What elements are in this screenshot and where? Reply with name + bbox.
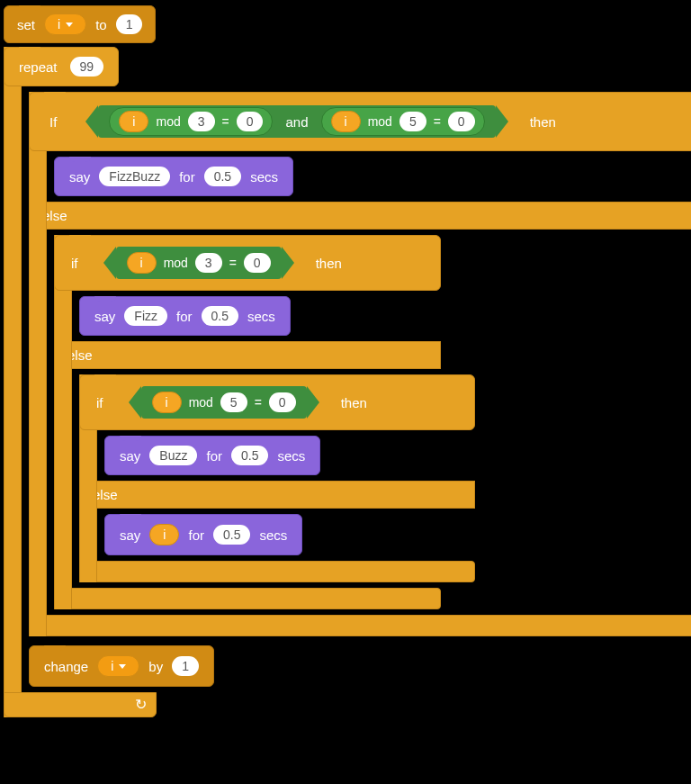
- compare-value-input[interactable]: 0: [448, 112, 475, 131]
- mod-eq-operator[interactable]: i mod 5 = 0: [141, 386, 307, 419]
- else-branch[interactable]: else: [79, 481, 475, 509]
- then-keyword: then: [341, 395, 367, 410]
- compare-value-input[interactable]: 0: [237, 112, 264, 131]
- chevron-down-icon: [66, 23, 73, 27]
- secs-keyword: secs: [259, 527, 287, 543]
- say-message-input[interactable]: FizzBuzz: [99, 167, 170, 186]
- if-keyword: If: [49, 114, 57, 130]
- by-keyword: by: [148, 659, 163, 674]
- mod-keyword: mod: [156, 114, 180, 129]
- variable-name: i: [58, 17, 60, 32]
- repeat-count-input[interactable]: 99: [70, 57, 104, 77]
- variable-reporter[interactable]: i: [331, 111, 361, 132]
- say-block-fizzbuzz[interactable]: say FizzBuzz for 0.5 secs: [54, 157, 293, 196]
- for-keyword: for: [179, 169, 195, 185]
- say-keyword: say: [120, 527, 140, 543]
- say-block-i[interactable]: say i for 0.5 secs: [104, 514, 302, 555]
- mod-divisor-input[interactable]: 3: [195, 253, 222, 273]
- say-keyword: say: [69, 169, 90, 185]
- say-keyword: say: [120, 448, 140, 464]
- duration-input[interactable]: 0.5: [213, 525, 250, 545]
- if-block-1[interactable]: If i mod 3 = 0 and i mod: [29, 92, 691, 151]
- equals-keyword: =: [434, 114, 441, 129]
- then-keyword: then: [530, 114, 556, 130]
- change-variable-block[interactable]: change i by 1: [29, 645, 214, 687]
- for-keyword: for: [206, 448, 222, 464]
- mod-divisor-input[interactable]: 5: [399, 112, 426, 131]
- say-keyword: say: [94, 309, 115, 324]
- loop-arrow-icon: ↻: [135, 696, 147, 713]
- equals-keyword: =: [222, 114, 229, 129]
- mod-eq-operator-a[interactable]: i mod 3 = 0: [109, 107, 273, 136]
- mod-divisor-input[interactable]: 5: [220, 392, 247, 412]
- value-input[interactable]: 1: [172, 656, 199, 676]
- variable-dropdown[interactable]: i: [44, 14, 86, 35]
- secs-keyword: secs: [247, 309, 275, 324]
- duration-input[interactable]: 0.5: [202, 306, 238, 326]
- variable-reporter[interactable]: i: [152, 392, 182, 413]
- mod-keyword: mod: [189, 395, 213, 410]
- secs-keyword: secs: [250, 169, 278, 185]
- mod-eq-operator-b[interactable]: i mod 5 = 0: [321, 107, 485, 136]
- for-keyword: for: [176, 309, 193, 324]
- to-keyword: to: [95, 17, 107, 32]
- mod-keyword: mod: [368, 114, 392, 129]
- say-message-input[interactable]: Buzz: [149, 446, 197, 465]
- set-keyword: set: [17, 17, 35, 32]
- if-keyword: if: [96, 395, 103, 410]
- variable-reporter[interactable]: i: [149, 524, 179, 545]
- repeat-keyword: repeat: [19, 59, 58, 75]
- change-keyword: change: [44, 659, 88, 674]
- else-branch[interactable]: else: [29, 202, 691, 230]
- secs-keyword: secs: [277, 448, 305, 464]
- variable-reporter[interactable]: i: [127, 252, 157, 274]
- repeat-block[interactable]: repeat 99: [4, 47, 119, 86]
- for-keyword: for: [188, 527, 204, 543]
- say-block-fizz[interactable]: say Fizz for 0.5 secs: [79, 296, 291, 336]
- else-branch[interactable]: else: [54, 341, 441, 369]
- duration-input[interactable]: 0.5: [204, 167, 241, 186]
- and-keyword: and: [280, 114, 313, 130]
- mod-eq-operator[interactable]: i mod 3 = 0: [116, 247, 282, 279]
- variable-name: i: [111, 659, 113, 673]
- if-block-end: [54, 588, 441, 609]
- compare-value-input[interactable]: 0: [244, 253, 271, 273]
- if-keyword: if: [71, 256, 78, 271]
- say-block-buzz[interactable]: say Buzz for 0.5 secs: [104, 436, 320, 475]
- if-block-2[interactable]: if i mod 3 = 0 then: [54, 235, 441, 291]
- duration-input[interactable]: 0.5: [231, 446, 268, 465]
- say-message-input[interactable]: Fizz: [124, 306, 167, 326]
- compare-value-input[interactable]: 0: [269, 392, 296, 412]
- and-operator[interactable]: i mod 3 = 0 and i mod 5 = 0: [98, 105, 495, 138]
- set-variable-block[interactable]: set i to 1: [4, 5, 156, 43]
- chevron-down-icon: [119, 664, 126, 669]
- mod-keyword: mod: [164, 256, 188, 270]
- value-input[interactable]: 1: [116, 14, 143, 34]
- if-block-3[interactable]: if i mod 5 = 0: [79, 374, 475, 430]
- variable-reporter[interactable]: i: [119, 111, 148, 132]
- repeat-block-end: ↻: [4, 692, 157, 717]
- then-keyword: then: [316, 256, 342, 271]
- equals-keyword: =: [229, 256, 237, 270]
- if-block-end: [29, 615, 691, 636]
- variable-dropdown[interactable]: i: [97, 655, 139, 677]
- if-block-end: [79, 561, 475, 582]
- equals-keyword: =: [255, 395, 262, 410]
- mod-divisor-input[interactable]: 3: [188, 112, 215, 131]
